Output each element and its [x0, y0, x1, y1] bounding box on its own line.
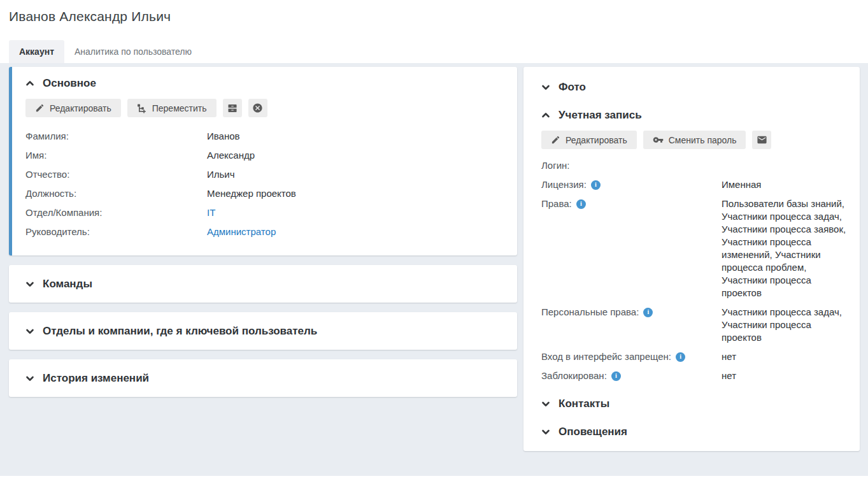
section-main-header[interactable]: Основное	[25, 77, 504, 90]
chevron-down-icon	[541, 427, 550, 436]
field-row-rights: Права: i Пользователи базы знаний, Участ…	[541, 197, 847, 299]
section-key-user-departments-header[interactable]: Отделы и компании, где я ключевой пользо…	[25, 325, 317, 338]
edit-account-button-label: Редактировать	[566, 135, 627, 145]
section-change-history-header[interactable]: История изменений	[25, 372, 149, 385]
tab-user-analytics[interactable]: Аналитика по пользователю	[64, 40, 202, 63]
key-icon	[653, 134, 664, 145]
account-fields: Логин: Лицензия: i Именная Права: i	[541, 159, 847, 382]
section-key-user-departments[interactable]: Отделы и компании, где я ключевой пользо…	[9, 312, 517, 350]
field-row-position: Должность: Менеджер проектов	[25, 184, 504, 203]
section-notifications-header[interactable]: Оповещения	[541, 426, 847, 438]
edit-button-label: Редактировать	[50, 103, 111, 113]
change-password-button-label: Сменить пароль	[669, 135, 737, 145]
chevron-down-icon	[25, 280, 34, 289]
section-photo: Фото	[541, 81, 847, 94]
field-row-license: Лицензия: i Именная	[541, 178, 847, 191]
field-row-manager: Руководитель: Администратор	[25, 222, 504, 241]
info-icon[interactable]: i	[576, 199, 586, 209]
tab-bar: Аккаунт Аналитика по пользователю	[9, 40, 859, 63]
page-title: Иванов Александр Ильич	[9, 9, 859, 24]
left-column: Основное Редактировать	[9, 67, 517, 406]
section-teams-header[interactable]: Команды	[25, 278, 92, 291]
field-row-firstname: Имя: Александр	[25, 146, 504, 165]
archive-button[interactable]	[223, 99, 242, 117]
section-contacts: Контакты	[541, 398, 847, 410]
info-icon[interactable]: i	[591, 180, 601, 190]
pencil-icon	[35, 103, 45, 113]
email-icon	[757, 134, 767, 145]
change-password-button[interactable]: Сменить пароль	[643, 131, 746, 149]
cancel-circle-icon	[252, 103, 263, 113]
section-title: Контакты	[559, 398, 609, 410]
manager-link[interactable]: Администратор	[207, 222, 276, 241]
chevron-up-icon	[25, 79, 34, 88]
section-title: Оповещения	[559, 426, 627, 438]
field-row-blocked: Заблокирован: i нет	[541, 370, 847, 382]
edit-account-button[interactable]: Редактировать	[541, 131, 637, 149]
section-notifications: Оповещения	[541, 426, 847, 438]
field-row-surname: Фамилия: Иванов	[25, 127, 504, 146]
section-account: Учетная запись Редактировать Сменить пар…	[541, 109, 847, 382]
department-link[interactable]: IT	[207, 203, 215, 222]
section-title: История изменений	[43, 372, 149, 385]
section-title: Команды	[43, 278, 92, 291]
main-fields: Фамилия: Иванов Имя: Александр Отчество:…	[25, 127, 504, 241]
section-teams[interactable]: Команды	[9, 265, 517, 303]
chevron-down-icon	[541, 399, 550, 408]
tab-account[interactable]: Аккаунт	[9, 40, 64, 63]
page-header: Иванов Александр Ильич Аккаунт Аналитика…	[0, 0, 868, 63]
field-row-department: Отдел/Компания: IT	[25, 203, 504, 222]
section-title: Отделы и компании, где я ключевой пользо…	[43, 325, 317, 338]
field-row-interface-login-forbidden: Вход в интерфейс запрещен: i нет	[541, 350, 847, 363]
pencil-icon	[551, 135, 560, 145]
move-button[interactable]: Переместить	[127, 99, 217, 117]
chevron-down-icon	[25, 374, 34, 383]
section-change-history[interactable]: История изменений	[9, 359, 517, 397]
deactivate-button[interactable]	[248, 99, 267, 117]
chevron-up-icon	[541, 111, 550, 120]
section-main: Основное Редактировать	[9, 67, 517, 255]
section-title: Основное	[43, 77, 96, 90]
edit-button[interactable]: Редактировать	[25, 99, 121, 117]
info-icon[interactable]: i	[676, 352, 685, 362]
archive-cabinet-icon	[227, 103, 238, 113]
move-tree-icon	[137, 103, 147, 113]
account-toolbar: Редактировать Сменить пароль	[541, 131, 847, 149]
chevron-down-icon	[541, 83, 550, 92]
section-photo-header[interactable]: Фото	[541, 81, 847, 94]
section-title: Фото	[559, 81, 586, 94]
chevron-down-icon	[25, 327, 34, 336]
main-toolbar: Редактировать Переместить	[25, 99, 504, 117]
move-button-label: Переместить	[152, 103, 207, 113]
send-email-button[interactable]	[752, 131, 771, 149]
field-row-personal-rights: Персональные права: i Участники процесса…	[541, 306, 847, 344]
field-row-patronymic: Отчество: Ильич	[25, 165, 504, 184]
right-column: Фото Учетная запись Редактировать Сменит…	[523, 67, 860, 451]
section-contacts-header[interactable]: Контакты	[541, 398, 847, 410]
info-icon[interactable]: i	[643, 308, 653, 317]
field-row-login: Логин:	[541, 159, 847, 172]
info-icon[interactable]: i	[611, 371, 621, 381]
section-title: Учетная запись	[559, 109, 642, 122]
content-area: Основное Редактировать	[0, 63, 868, 476]
section-account-header[interactable]: Учетная запись	[541, 109, 847, 122]
